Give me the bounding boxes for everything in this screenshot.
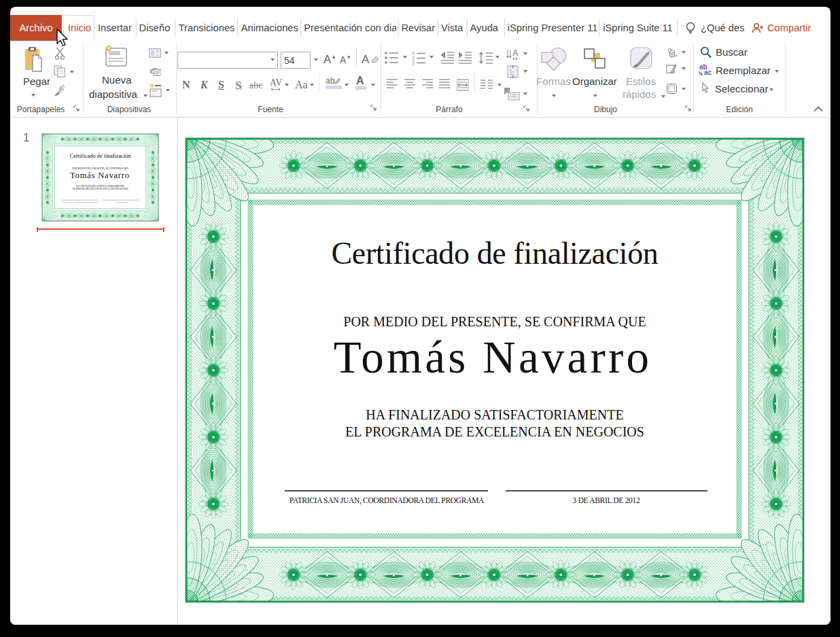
svg-text:ac: ac [704,69,712,76]
svg-text:2: 2 [412,56,415,61]
svg-text:A: A [512,49,519,58]
svg-text:3: 3 [412,61,415,65]
